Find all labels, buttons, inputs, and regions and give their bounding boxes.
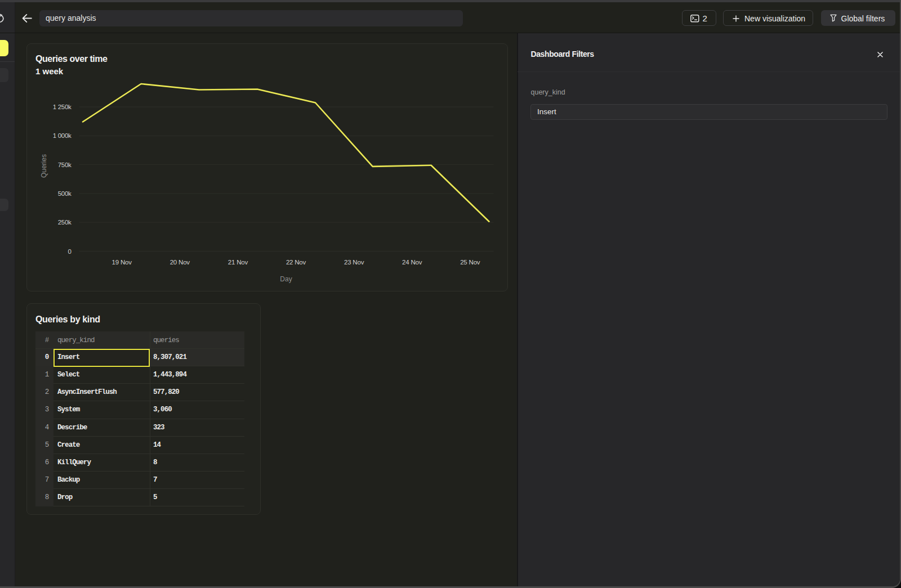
svg-text:1 000k: 1 000k <box>53 132 72 139</box>
svg-text:21 Nov: 21 Nov <box>228 259 248 266</box>
svg-text:Queries: Queries <box>40 154 48 178</box>
svg-text:20 Nov: 20 Nov <box>170 259 190 266</box>
svg-text:Day: Day <box>280 275 292 283</box>
svg-text:1 250k: 1 250k <box>53 104 72 110</box>
svg-text:250k: 250k <box>58 219 72 226</box>
svg-text:0: 0 <box>68 248 71 255</box>
svg-text:19 Nov: 19 Nov <box>112 259 132 266</box>
svg-text:22 Nov: 22 Nov <box>286 259 306 266</box>
svg-text:24 Nov: 24 Nov <box>402 259 422 266</box>
svg-text:750k: 750k <box>58 161 72 168</box>
svg-text:500k: 500k <box>58 190 72 197</box>
svg-text:23 Nov: 23 Nov <box>344 259 364 266</box>
svg-text:25 Nov: 25 Nov <box>460 259 480 266</box>
